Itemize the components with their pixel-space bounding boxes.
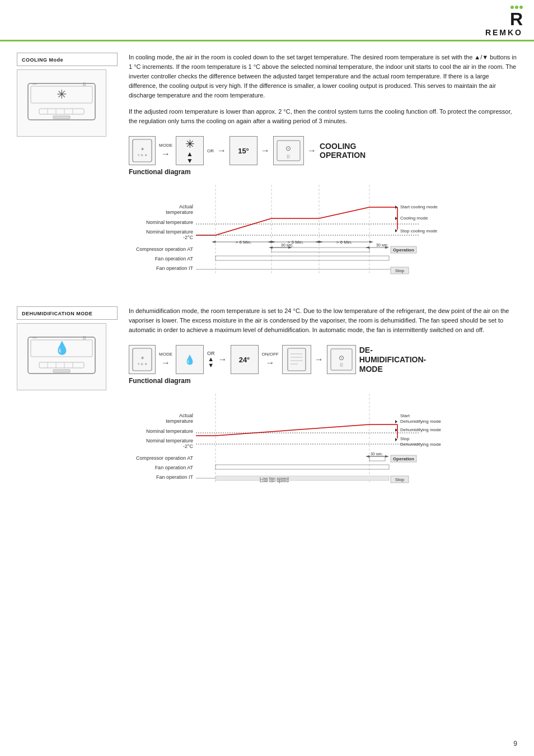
- svg-text:Actual: Actual: [179, 413, 193, 418]
- svg-text:Stop: Stop: [395, 268, 405, 273]
- flow-snowflake-icon: ✳: [185, 137, 195, 151]
- dehu-flow-right-arrow-2: →: [218, 354, 227, 365]
- svg-text:|||: |||: [287, 154, 290, 158]
- svg-text:Compressor operation AT: Compressor operation AT: [136, 455, 193, 461]
- dehu-flow-onoff-section: ON/OFF →: [262, 352, 279, 368]
- svg-text:Start cooling mode: Start cooling mode: [400, 204, 438, 209]
- dehu-left-panel: DEHUMIDIFICATION MODE 💧 ≈≈ ||: [17, 306, 118, 498]
- flow-fan-box: ⊙ |||: [273, 136, 304, 165]
- dehu-flow-operation-label: DE-HUMIDIFICATION-MODE: [359, 346, 427, 374]
- svg-text:> 6 Min.: > 6 Min.: [336, 240, 353, 245]
- flow-temp-box: 15°: [229, 136, 257, 165]
- svg-text:Fan operation AT: Fan operation AT: [155, 256, 194, 262]
- svg-text:Dehumidifying mode: Dehumidifying mode: [400, 442, 441, 447]
- svg-text:✳ ⊕ ★: ✳ ⊕ ★: [137, 362, 147, 366]
- dehu-flow-schedule-svg: [285, 347, 308, 372]
- cooling-mode-label: COOLING Mode: [22, 57, 63, 63]
- page-content: COOLING Mode ✳: [0, 47, 534, 521]
- page-number: 9: [513, 740, 517, 748]
- cooling-description-1: In cooling mode, the air in the room is …: [129, 53, 517, 100]
- svg-text:Fan operation IT: Fan operation IT: [156, 265, 194, 271]
- svg-marker-103: [395, 420, 397, 423]
- dehu-flow-temp-box: 24°: [231, 345, 259, 374]
- page-header: R REMKO: [0, 0, 534, 41]
- cooling-mode-box: COOLING Mode: [17, 53, 118, 66]
- svg-marker-110: [385, 455, 389, 458]
- flow-cooling-op-label: COOLINGOPERATION: [320, 142, 366, 160]
- cooling-flow-diagram: ☀ ✳ ⊕ ★ MODE → ✳ ▲ ▼: [129, 136, 517, 165]
- svg-text:30 sec.: 30 sec.: [281, 243, 294, 247]
- svg-rect-60: [216, 256, 389, 260]
- svg-marker-42: [369, 241, 373, 243]
- dehu-device-svg: 💧 ≈≈ |||: [22, 329, 101, 385]
- svg-text:✳: ✳: [57, 87, 67, 101]
- flow-down-arrow: ▼: [186, 157, 193, 164]
- svg-text:⊙: ⊙: [339, 354, 344, 362]
- dehu-flow-right-arrow-3: →: [266, 358, 275, 368]
- cooling-mode-section: COOLING Mode ✳: [17, 53, 517, 290]
- logo-brand-name: REMKO: [485, 28, 523, 37]
- svg-text:☀: ☀: [140, 356, 144, 361]
- svg-marker-35: [212, 241, 216, 243]
- flow-right-arrow-2: →: [217, 146, 226, 156]
- svg-text:Fan operation AT: Fan operation AT: [155, 465, 194, 470]
- svg-text:Nominal temperature: Nominal temperature: [146, 428, 193, 434]
- svg-rect-78: [288, 348, 306, 371]
- dehu-flow-drop-icon: 💧: [184, 354, 195, 365]
- dehu-right-panel: In dehumidification mode, the room tempe…: [129, 306, 517, 498]
- dehu-flow-right-arrow-1: →: [161, 358, 170, 368]
- flow-remote-svg: ☀ ✳ ⊕ ★: [132, 138, 153, 163]
- flow-fan-svg: ⊙ |||: [276, 139, 301, 162]
- svg-text:Dehumidifying mode: Dehumidifying mode: [400, 427, 441, 432]
- dehu-flow-schedule-box: [282, 345, 311, 374]
- svg-text:Nominal temperature: Nominal temperature: [146, 229, 193, 235]
- flow-right-arrow-3: →: [261, 146, 270, 156]
- dehu-flow-temp-display: 24°: [239, 356, 250, 364]
- cooling-device-svg: ✳ ≈≈ |||: [22, 75, 101, 131]
- dehu-fd-svg: Actual temperature Nominal temperature N…: [129, 388, 453, 486]
- dehu-flow-arrows-section: OR ▲ ▼: [207, 351, 215, 368]
- svg-text:Operation: Operation: [393, 456, 414, 461]
- svg-rect-49: [271, 248, 369, 252]
- flow-mode-label: MODE: [159, 143, 172, 148]
- svg-rect-8: [53, 116, 70, 119]
- flow-or-label: OR: [207, 148, 214, 153]
- svg-text:30 sec.: 30 sec.: [371, 452, 383, 456]
- svg-text:|||: |||: [83, 82, 86, 86]
- svg-text:Nominal temperature: Nominal temperature: [146, 220, 193, 225]
- svg-text:|||: |||: [340, 362, 343, 367]
- dehu-operation-text: DE-HUMIDIFICATION-MODE: [359, 346, 427, 374]
- flow-or-section: OR: [207, 148, 214, 153]
- logo: R REMKO: [485, 6, 523, 37]
- dehumidification-section: DEHUMIDIFICATION MODE 💧 ≈≈ ||: [17, 306, 517, 498]
- svg-rect-3: [39, 109, 84, 114]
- svg-rect-113: [216, 465, 389, 469]
- svg-rect-67: [39, 362, 84, 368]
- svg-text:Low fan speed: Low fan speed: [260, 476, 289, 481]
- svg-text:Start: Start: [400, 413, 410, 418]
- svg-text:> 6 Min.: > 6 Min.: [236, 240, 252, 245]
- svg-text:Stop: Stop: [400, 436, 410, 441]
- dehu-flow-right-arrow-4: →: [315, 354, 324, 365]
- svg-marker-56: [366, 246, 369, 249]
- dehu-flow-updown: ▲ ▼: [208, 356, 214, 368]
- dehu-flow-fan-svg: ⊙ |||: [330, 348, 353, 371]
- flow-right-arrow-4: →: [307, 146, 316, 156]
- cooling-functional-diagram: Functional diagram Actual temperature No…: [129, 168, 517, 278]
- dehu-flow-fan-box: ⊙ |||: [327, 345, 356, 374]
- svg-text:💧: 💧: [54, 340, 70, 356]
- flow-right-arrow-1: →: [161, 149, 170, 159]
- svg-text:✳ ⊕ ★: ✳ ⊕ ★: [137, 153, 147, 157]
- dehu-mode-label: DEHUMIDIFICATION MODE: [22, 311, 92, 316]
- dehu-flow-mode-label: MODE: [159, 352, 172, 357]
- dehu-flow-remote-svg: ☀ ✳ ⊕ ★: [132, 347, 153, 372]
- flow-cooling-operation: COOLINGOPERATION: [320, 142, 366, 161]
- svg-rect-106: [369, 456, 385, 461]
- dehu-description: In dehumidification mode, the room tempe…: [129, 306, 517, 335]
- svg-text:30 sec.: 30 sec.: [376, 243, 389, 247]
- svg-rect-72: [53, 370, 70, 372]
- svg-text:Operation: Operation: [393, 248, 414, 253]
- cooling-fd-svg: Actual temperature Nominal temperature N…: [129, 179, 453, 277]
- dehu-fd-title: Functional diagram: [129, 377, 517, 385]
- dehu-functional-diagram: Functional diagram Actual temperature No…: [129, 377, 517, 487]
